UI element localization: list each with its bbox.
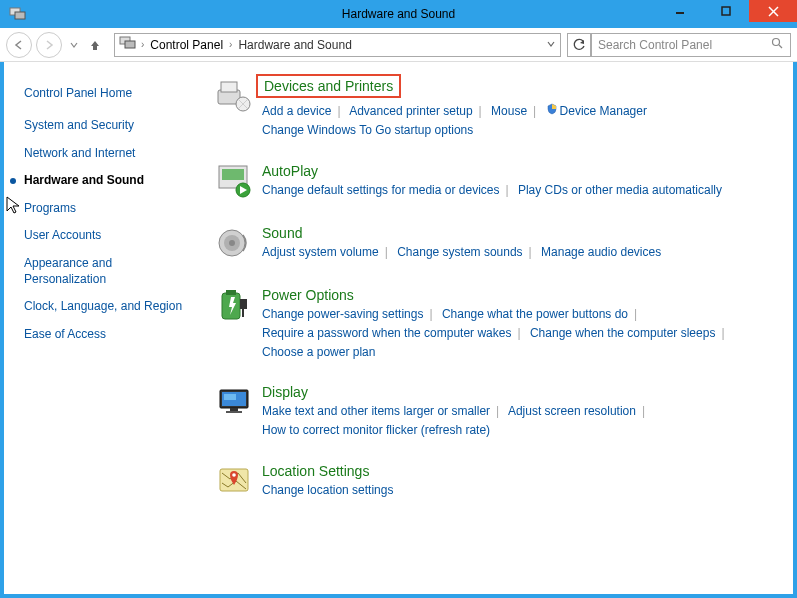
category-display: Display Make text and other items larger…: [214, 384, 783, 440]
window-title: Hardware and Sound: [342, 7, 455, 21]
display-icon: [214, 384, 254, 424]
refresh-button[interactable]: [567, 33, 591, 57]
svg-line-9: [779, 45, 782, 48]
task-divider: |: [429, 307, 432, 321]
control-panel-icon: [119, 35, 137, 54]
devices-printers-icon: [214, 76, 254, 116]
search-icon: [771, 37, 784, 53]
sidebar-item-user-accounts[interactable]: User Accounts: [24, 228, 184, 244]
sidebar: Control Panel Home System and Security N…: [4, 62, 204, 594]
breadcrumb-sep: ›: [137, 39, 148, 50]
category-location-settings: Location Settings Change location settin…: [214, 463, 783, 503]
svg-rect-25: [230, 408, 238, 411]
category-title-autoplay[interactable]: AutoPlay: [262, 163, 783, 179]
window: Hardware and Sound › Control Panel › Har…: [0, 0, 797, 598]
sidebar-item-appearance[interactable]: Appearance and Personalization: [24, 256, 184, 287]
svg-rect-26: [226, 411, 242, 413]
category-title-devices-printers[interactable]: Devices and Printers: [256, 74, 401, 98]
task-divider: |: [533, 104, 536, 118]
category-title-power-options[interactable]: Power Options: [262, 287, 783, 303]
location-settings-icon: [214, 463, 254, 503]
task-power-buttons[interactable]: Change what the power buttons do: [442, 307, 628, 321]
task-require-password-wake[interactable]: Require a password when the computer wak…: [262, 326, 511, 340]
maximize-button[interactable]: [703, 0, 749, 22]
category-devices-printers: Devices and Printers Add a device| Advan…: [214, 76, 783, 141]
breadcrumb-control-panel[interactable]: Control Panel: [148, 38, 225, 52]
task-change-system-sounds[interactable]: Change system sounds: [397, 245, 522, 259]
toolbar: › Control Panel › Hardware and Sound Sea…: [0, 28, 797, 62]
sidebar-item-clock-language-region[interactable]: Clock, Language, and Region: [24, 299, 184, 315]
address-dropdown-icon[interactable]: [546, 38, 556, 52]
search-placeholder: Search Control Panel: [598, 38, 712, 52]
task-divider: |: [496, 404, 499, 418]
task-device-manager[interactable]: Device Manager: [560, 104, 647, 118]
task-power-saving-settings[interactable]: Change power-saving settings: [262, 307, 423, 321]
task-play-cds[interactable]: Play CDs or other media automatically: [518, 183, 722, 197]
task-divider: |: [505, 183, 508, 197]
task-screen-resolution[interactable]: Adjust screen resolution: [508, 404, 636, 418]
back-button[interactable]: [6, 32, 32, 58]
sidebar-item-hardware-sound[interactable]: Hardware and Sound: [24, 173, 184, 189]
task-divider: |: [634, 307, 637, 321]
search-input[interactable]: Search Control Panel: [591, 33, 791, 57]
sound-icon: [214, 225, 254, 265]
category-title-sound[interactable]: Sound: [262, 225, 783, 241]
shield-icon: [546, 102, 558, 121]
forward-button[interactable]: [36, 32, 62, 58]
svg-rect-7: [125, 41, 135, 48]
sidebar-item-ease-of-access[interactable]: Ease of Access: [24, 327, 184, 343]
app-icon: [6, 4, 30, 24]
task-divider: |: [337, 104, 340, 118]
task-mouse[interactable]: Mouse: [491, 104, 527, 118]
task-advanced-printer-setup[interactable]: Advanced printer setup: [349, 104, 472, 118]
close-button[interactable]: [749, 0, 797, 22]
category-sound: Sound Adjust system volume| Change syste…: [214, 225, 783, 265]
category-power-options: Power Options Change power-saving settin…: [214, 287, 783, 363]
window-buttons: [657, 0, 797, 22]
task-divider: |: [529, 245, 532, 259]
breadcrumb-hardware-and-sound[interactable]: Hardware and Sound: [236, 38, 353, 52]
autoplay-icon: [214, 163, 254, 203]
category-autoplay: AutoPlay Change default settings for med…: [214, 163, 783, 203]
task-divider: |: [517, 326, 520, 340]
history-dropdown-button[interactable]: [66, 37, 82, 53]
task-divider: |: [721, 326, 724, 340]
titlebar: Hardware and Sound: [0, 0, 797, 28]
task-divider: |: [479, 104, 482, 118]
task-change-location-settings[interactable]: Change location settings: [262, 483, 393, 497]
svg-point-18: [229, 240, 235, 246]
category-title-location-settings[interactable]: Location Settings: [262, 463, 783, 479]
task-change-media-defaults[interactable]: Change default settings for media or dev…: [262, 183, 499, 197]
task-add-a-device[interactable]: Add a device: [262, 104, 331, 118]
task-choose-power-plan[interactable]: Choose a power plan: [262, 345, 375, 359]
svg-rect-21: [240, 299, 247, 309]
svg-rect-1: [15, 12, 25, 19]
task-divider: |: [642, 404, 645, 418]
power-options-icon: [214, 287, 254, 327]
main-panel: Devices and Printers Add a device| Advan…: [204, 62, 793, 594]
svg-rect-3: [722, 7, 730, 15]
sidebar-item-system-security[interactable]: System and Security: [24, 118, 184, 134]
category-title-display[interactable]: Display: [262, 384, 783, 400]
task-divider: |: [385, 245, 388, 259]
svg-point-8: [773, 38, 780, 45]
address-bar[interactable]: › Control Panel › Hardware and Sound: [114, 33, 561, 57]
task-windows-to-go[interactable]: Change Windows To Go startup options: [262, 123, 473, 137]
content-area: Control Panel Home System and Security N…: [4, 62, 793, 594]
task-adjust-volume[interactable]: Adjust system volume: [262, 245, 379, 259]
breadcrumb-sep: ›: [225, 39, 236, 50]
svg-point-28: [232, 473, 236, 477]
control-panel-home-link[interactable]: Control Panel Home: [24, 86, 204, 100]
sidebar-item-network-internet[interactable]: Network and Internet: [24, 146, 184, 162]
svg-rect-14: [222, 169, 244, 180]
up-button[interactable]: [86, 36, 104, 54]
sidebar-item-programs[interactable]: Programs: [24, 201, 184, 217]
task-text-size[interactable]: Make text and other items larger or smal…: [262, 404, 490, 418]
task-manage-audio-devices[interactable]: Manage audio devices: [541, 245, 661, 259]
minimize-button[interactable]: [657, 0, 703, 22]
svg-rect-11: [221, 82, 237, 92]
task-monitor-flicker[interactable]: How to correct monitor flicker (refresh …: [262, 423, 490, 437]
svg-rect-20: [226, 290, 236, 295]
task-when-computer-sleeps[interactable]: Change when the computer sleeps: [530, 326, 715, 340]
